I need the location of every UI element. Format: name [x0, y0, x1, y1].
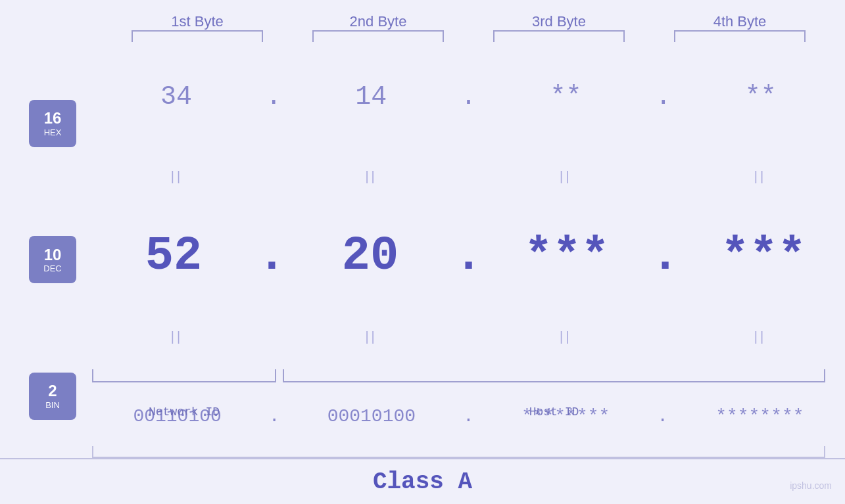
hex-dot3: .: [656, 82, 671, 112]
equals-row-1: || || || ||: [92, 167, 845, 187]
hex-dot1: .: [266, 82, 281, 112]
byte2-header: 2nd Byte: [299, 13, 457, 30]
hex-badge: 16 HEX: [29, 100, 76, 147]
badges-column: 16 HEX 10 DEC 2 BIN: [0, 49, 92, 504]
network-bracket: [92, 369, 276, 382]
hex-values-row: 34 . 14 . ** . **: [92, 70, 845, 123]
dec-dot1: .: [258, 229, 286, 283]
byte3-header: 3rd Byte: [480, 13, 638, 30]
top-brackets-row: [107, 30, 831, 42]
dec-b4: ***: [685, 229, 842, 283]
dec-dot2: .: [454, 229, 483, 283]
main-container: 1st Byte 2nd Byte 3rd Byte 4th Byte 16 H…: [0, 0, 845, 504]
bottom-brackets-area: Network ID Host ID: [92, 369, 825, 425]
byte1-header: 1st Byte: [118, 13, 276, 30]
hex-badge-num: 16: [44, 110, 62, 127]
class-label: Class A: [373, 469, 472, 495]
bracket-top-1: [132, 30, 263, 42]
id-labels-container: Network ID Host ID: [92, 405, 825, 425]
dec-dot3: .: [651, 229, 679, 283]
hex-b3: **: [487, 82, 645, 112]
dec-b2: 20: [291, 229, 449, 283]
eq2-b3: ||: [487, 329, 644, 344]
class-footer: Class A: [0, 458, 845, 504]
dec-b1: 52: [95, 229, 253, 283]
eq2-b1: ||: [98, 329, 256, 344]
byte-headers-row: 1st Byte 2nd Byte 3rd Byte 4th Byte: [107, 13, 831, 30]
byte4-header: 4th Byte: [661, 13, 819, 30]
bracket-top-4: [674, 30, 806, 42]
hex-b4: **: [682, 82, 840, 112]
hex-b1: 34: [97, 82, 255, 112]
dec-b3: ***: [488, 229, 646, 283]
eq1-b4: ||: [681, 169, 839, 184]
hex-b2: 14: [292, 82, 450, 112]
bin-badge-num: 2: [48, 382, 57, 400]
id-brackets-container: [92, 369, 825, 402]
network-id-label: Network ID: [92, 405, 276, 419]
eq1-b3: ||: [487, 169, 644, 184]
dec-values-row: 52 . 20 . *** . ***: [92, 230, 845, 283]
values-grid: 34 . 14 . ** . ** || || || || 52: [92, 49, 845, 504]
dec-badge-num: 10: [44, 246, 62, 263]
host-bracket: [283, 369, 825, 382]
bracket-top-2: [312, 30, 444, 42]
watermark: ipshu.com: [790, 480, 832, 491]
host-id-label: Host ID: [283, 405, 825, 419]
eq1-b1: ||: [98, 169, 256, 184]
hex-badge-label: HEX: [44, 127, 62, 137]
eq2-b2: ||: [293, 329, 450, 344]
bracket-top-3: [493, 30, 625, 42]
hex-dot2: .: [460, 82, 476, 112]
bin-badge: 2 BIN: [29, 373, 76, 420]
dec-badge-label: DEC: [43, 263, 61, 273]
eq2-b4: ||: [681, 329, 839, 344]
equals-row-2: || || || ||: [92, 327, 845, 346]
eq1-b2: ||: [293, 169, 450, 184]
outer-bottom-bracket: [92, 446, 825, 458]
bin-badge-label: BIN: [45, 400, 60, 410]
dec-badge: 10 DEC: [29, 236, 76, 283]
main-content: 16 HEX 10 DEC 2 BIN 34 . 14 . ** . **: [0, 49, 845, 504]
